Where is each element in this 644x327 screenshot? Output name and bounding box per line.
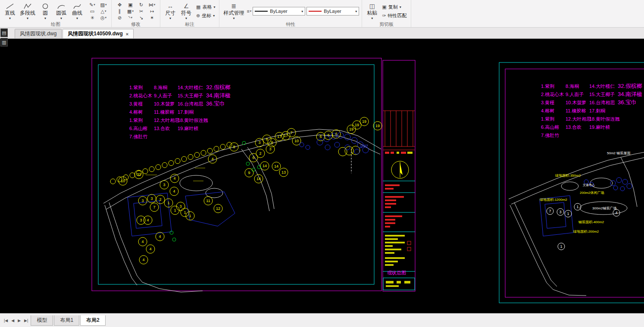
view-mini-toolbar: ▤ ▥ bbox=[0, 28, 8, 47]
extend-icon: ↦ bbox=[150, 9, 154, 14]
move-button[interactable]: ✥ bbox=[114, 2, 125, 8]
mirror-button[interactable]: ⋈ bbox=[147, 2, 157, 8]
plan-annotation: 文体中心 bbox=[583, 183, 595, 187]
paste-label: 粘贴 bbox=[367, 9, 377, 17]
circle-button[interactable]: 圆 ▾ bbox=[38, 1, 53, 21]
trim-button[interactable]: ✂ bbox=[136, 8, 147, 15]
point-button[interactable]: ✳ bbox=[87, 15, 97, 21]
tree-marker-number: 1 bbox=[167, 201, 169, 205]
array-button[interactable]: ▦ bbox=[125, 8, 136, 15]
layer-panel-icon[interactable]: ▥ bbox=[0, 38, 8, 47]
copy-button[interactable]: ▣ bbox=[125, 2, 136, 8]
polygon-button[interactable]: △ bbox=[98, 8, 109, 15]
titleblock-bar bbox=[385, 242, 405, 243]
tree-marker-number: 7 bbox=[290, 131, 292, 135]
cad-rect bbox=[385, 152, 389, 154]
titleblock-bar bbox=[385, 238, 398, 240]
black-line-swatch bbox=[255, 11, 268, 12]
line-color-select[interactable]: ByLayer ▾ bbox=[253, 7, 305, 16]
tab-layout1[interactable]: 布局1 bbox=[54, 315, 79, 326]
sketch-button[interactable]: ✎ bbox=[87, 2, 97, 8]
legend-item: 34.南洋楹 bbox=[618, 91, 642, 97]
tree-marker bbox=[338, 147, 347, 156]
next-layout-button[interactable]: ▶ bbox=[16, 318, 22, 323]
legend-item: 9.人面子 bbox=[566, 92, 584, 97]
drawing-canvas[interactable]: 1.紫荆2.桃花心木3.黄槿4.榕树1.紫荆6.高山榕7.佛肚竹8.海桐9.人面… bbox=[0, 39, 644, 313]
donut-button[interactable]: ◎ bbox=[98, 15, 109, 21]
doc-tab-fengqingyuan[interactable]: 风情园现状.dwg bbox=[15, 29, 62, 38]
shrub-circle bbox=[613, 186, 618, 190]
donut-icon: ◎ bbox=[100, 15, 105, 21]
symbol-icon: ∠ bbox=[184, 3, 189, 9]
extend-button[interactable]: ↦ bbox=[147, 8, 157, 15]
dimension-icon: ↔ bbox=[167, 3, 173, 9]
line-button[interactable]: 直线 ▾ bbox=[3, 1, 17, 21]
cad-rect bbox=[397, 152, 399, 154]
tree-marker-number: 4 bbox=[142, 258, 144, 262]
copy-clip-button[interactable]: ▣ 复制 ▾ bbox=[381, 3, 408, 11]
paste-button[interactable]: ◫ 粘贴 ▾ bbox=[365, 1, 379, 21]
menu-icon: ≡ bbox=[247, 9, 249, 14]
dimension-button[interactable]: ↔ 尺寸 ▾ bbox=[163, 1, 178, 21]
circle-label: 圆 bbox=[43, 9, 48, 17]
cad-rect bbox=[404, 281, 410, 283]
close-icon[interactable]: × bbox=[126, 31, 128, 37]
coordinate-button[interactable]: ⊕ 坐标 ▾ bbox=[195, 12, 216, 19]
tree-marker-number: 1 bbox=[174, 208, 176, 212]
legend-item: 10.木菠萝 bbox=[154, 101, 175, 106]
tree-marker-number: 3 bbox=[163, 183, 165, 187]
area-marker-number: 4 bbox=[615, 211, 617, 215]
symbol-button[interactable]: ∠ 符号 ▾ bbox=[179, 1, 194, 21]
ribbon-spacer bbox=[411, 0, 644, 27]
plant-circle bbox=[246, 162, 250, 165]
legend-item: 18.黄叶假连翘 bbox=[178, 118, 208, 123]
match-properties-button[interactable]: ✑ 特性匹配 bbox=[381, 12, 408, 19]
dimension-label: 尺寸 bbox=[165, 9, 175, 17]
shrub-circle bbox=[354, 149, 360, 154]
red-line-swatch bbox=[309, 11, 322, 12]
area-marker-number: 1 bbox=[567, 212, 569, 216]
titleblock-bar bbox=[385, 184, 400, 186]
doc-tab-fengqingyuan-140509[interactable]: 风情园现状140509.dwg × bbox=[63, 29, 134, 38]
explode-button[interactable]: ✶ bbox=[147, 15, 157, 21]
legend-item: 8.海桐 bbox=[566, 84, 579, 89]
rectangle-button[interactable]: ▭ bbox=[87, 8, 97, 15]
layer-list-button[interactable]: ≡ bbox=[247, 9, 251, 14]
titleblock-bar bbox=[385, 199, 396, 201]
first-layout-button[interactable]: |◀ bbox=[2, 318, 9, 323]
line-type-select[interactable]: ByLayer ▾ bbox=[306, 7, 359, 16]
tab-layout2[interactable]: 布局2 bbox=[80, 315, 106, 326]
rotate-button[interactable]: ↻ bbox=[136, 2, 147, 8]
area-marker-number: 7 bbox=[549, 209, 551, 213]
erase-button[interactable]: ⊘ bbox=[114, 15, 125, 21]
viewport-tool-icon[interactable]: ▤ bbox=[0, 28, 8, 37]
shrub-circle bbox=[610, 181, 616, 186]
table-button[interactable]: ▦ 表格 ▾ bbox=[195, 3, 216, 11]
tree-marker-number: 10 bbox=[294, 139, 299, 143]
polyline-label: 多段线 bbox=[20, 9, 35, 17]
spline-button[interactable]: 曲线 ▾ bbox=[70, 1, 84, 21]
tree-marker-number: 7 bbox=[153, 205, 155, 209]
scale-button[interactable]: ↘ bbox=[136, 15, 147, 21]
last-layout-button[interactable]: ▶| bbox=[22, 318, 30, 323]
prev-layout-button[interactable]: ◀ bbox=[9, 318, 16, 323]
arc-button[interactable]: 圆弧 ▾ bbox=[54, 1, 69, 21]
cad-ellipse bbox=[561, 182, 578, 190]
fillet-button[interactable]: ◝ bbox=[125, 15, 136, 21]
tree-marker-number: 1 bbox=[184, 210, 186, 215]
cad-polyline bbox=[553, 290, 586, 296]
ribbon-group-properties: ≣ 样式管理 ▾ ≡ ByLayer ▾ ByLayer ▾ 特性 bbox=[219, 0, 362, 27]
legend-item: 1.紫荆 bbox=[129, 118, 143, 123]
area-marker-number: 1 bbox=[576, 205, 578, 209]
polyline-button[interactable]: 多段线 ▾ bbox=[19, 1, 37, 21]
style-manager-button[interactable]: ≣ 样式管理 ▾ bbox=[222, 1, 245, 21]
offset-button[interactable]: ∥ bbox=[114, 8, 125, 15]
chevron-down-icon: ▾ bbox=[169, 17, 171, 20]
legend-item: 13.合欢 bbox=[566, 125, 581, 130]
chevron-down-icon: ▾ bbox=[355, 9, 357, 13]
tab-model[interactable]: 模型 bbox=[31, 315, 53, 326]
cad-polyline bbox=[105, 205, 137, 285]
shrub-circle bbox=[345, 145, 350, 150]
hatch-button[interactable]: ▨ bbox=[98, 2, 109, 8]
tree-marker-number: 11 bbox=[206, 199, 210, 203]
